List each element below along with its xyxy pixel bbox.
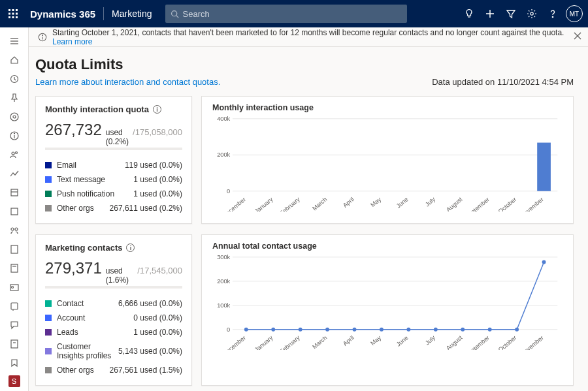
legend-row: Email119 used (0.0%) — [45, 158, 182, 172]
svg-rect-4 — [12, 13, 14, 15]
color-swatch — [45, 300, 52, 307]
interaction-quota-card: Monthly interaction quota i 267,732 used… — [35, 96, 192, 224]
row-label: Customer Insights profiles — [57, 342, 118, 360]
area-switcher[interactable]: S — [4, 372, 25, 391]
contact-usage-chart-card: Annual total contact usage 0100k200k300k… — [201, 234, 574, 386]
divider — [103, 7, 104, 20]
interaction-progress-bar — [45, 148, 182, 150]
svg-text:June: June — [395, 334, 410, 348]
banner-learn-more-link[interactable]: Learn more — [52, 37, 92, 46]
svg-point-103 — [461, 328, 465, 332]
contacts-card-title: Marketing contacts — [45, 243, 122, 253]
brand-label[interactable]: Dynamics 365 — [30, 8, 95, 20]
main-content: Starting October 1, 2021, contacts that … — [29, 27, 588, 391]
row-label: Leads — [57, 328, 133, 337]
contacts-progress-bar — [45, 286, 182, 289]
legend-row: Account0 used (0.0%) — [45, 311, 182, 325]
info-nav-icon[interactable] — [4, 126, 25, 145]
svg-text:July: July — [424, 334, 436, 346]
row-label: Push notification — [57, 189, 133, 198]
analytics-nav-icon[interactable] — [4, 164, 25, 183]
svg-text:May: May — [369, 196, 382, 208]
settings-nav-icon[interactable] — [4, 107, 25, 126]
nav-item-g-icon[interactable] — [4, 296, 25, 315]
interaction-rows: Email119 used (0.0%)Text message1 used (… — [45, 158, 182, 215]
svg-point-101 — [406, 328, 410, 332]
svg-text:February: February — [278, 196, 301, 211]
contacts-used-label: used (1.6%) — [106, 266, 134, 285]
app-launcher-icon[interactable] — [5, 6, 21, 22]
nav-item-b-icon[interactable] — [4, 202, 25, 221]
svg-point-98 — [325, 328, 329, 332]
pinned-icon[interactable] — [4, 88, 25, 107]
color-swatch — [45, 191, 52, 197]
svg-text:November: November — [519, 196, 545, 211]
svg-text:August: August — [445, 196, 464, 211]
info-icon[interactable]: i — [126, 243, 135, 252]
nav-item-i-icon[interactable] — [4, 334, 25, 353]
interaction-card-title: Monthly interaction quota — [45, 104, 149, 114]
svg-rect-3 — [8, 13, 10, 15]
svg-text:April: April — [342, 334, 355, 347]
svg-text:December: December — [221, 196, 247, 211]
svg-text:August: August — [445, 334, 464, 350]
svg-point-95 — [244, 328, 248, 332]
legend-row: Text message1 used (0.0%) — [45, 172, 182, 187]
area-label[interactable]: Marketing — [112, 8, 152, 19]
nav-item-c-icon[interactable] — [4, 221, 25, 240]
legend-row: Contact6,666 used (0.0%) — [45, 296, 182, 311]
lightbulb-icon[interactable] — [459, 0, 480, 27]
recent-icon[interactable] — [4, 69, 25, 88]
data-updated-label: Data updated on 11/10/2021 4:54 PM — [432, 77, 574, 87]
help-icon[interactable] — [542, 0, 563, 27]
svg-point-96 — [271, 328, 275, 332]
svg-point-26 — [15, 151, 17, 153]
info-icon — [38, 33, 47, 42]
menu-icon[interactable] — [4, 31, 25, 50]
svg-rect-37 — [11, 303, 18, 309]
search-box[interactable]: Search — [165, 5, 407, 23]
svg-point-9 — [171, 10, 176, 16]
user-avatar[interactable]: MT — [566, 5, 583, 22]
svg-point-100 — [380, 328, 384, 332]
area-badge: S — [8, 375, 20, 387]
svg-text:400k: 400k — [217, 116, 230, 122]
home-icon[interactable] — [4, 50, 25, 69]
people-nav-icon[interactable] — [4, 145, 25, 164]
row-value: 6,666 used (0.0%) — [118, 299, 182, 308]
svg-text:November: November — [519, 334, 545, 350]
contacts-card: Marketing contacts i 279,371 used (1.6%)… — [35, 234, 192, 386]
filter-icon[interactable] — [500, 0, 521, 27]
svg-text:February: February — [278, 334, 301, 350]
legend-row: Leads1 used (0.0%) — [45, 325, 182, 339]
nav-item-e-icon[interactable] — [4, 258, 25, 277]
row-value: 119 used (0.0%) — [125, 161, 182, 170]
row-label: Email — [57, 161, 125, 170]
banner-close-icon[interactable] — [574, 32, 581, 42]
row-value: 1 used (0.0%) — [133, 175, 182, 184]
contacts-rows: Contact6,666 used (0.0%)Account0 used (0… — [45, 296, 182, 377]
color-swatch — [45, 329, 52, 336]
page-title: Quota Limits — [35, 56, 574, 73]
quota-learn-more-link[interactable]: Learn more about interaction and contact… — [35, 77, 220, 87]
nav-item-a-icon[interactable] — [4, 183, 25, 202]
svg-rect-1 — [12, 9, 14, 11]
nav-item-j-icon[interactable] — [4, 353, 25, 372]
row-value: 0 used (0.0%) — [133, 313, 182, 322]
svg-text:September: September — [464, 196, 491, 211]
svg-text:December: December — [221, 334, 247, 350]
gear-icon[interactable] — [521, 0, 542, 27]
chart-title: Annual total contact usage — [212, 242, 564, 251]
row-value: 267,611 used (0.2%) — [110, 204, 182, 213]
nav-item-d-icon[interactable] — [4, 240, 25, 258]
row-label: Account — [57, 313, 133, 322]
nav-item-h-icon[interactable] — [4, 315, 25, 334]
info-icon[interactable]: i — [153, 105, 161, 114]
interaction-usage-chart-card: Monthly interaction usage 0200k400kDecem… — [201, 96, 574, 224]
svg-text:September: September — [464, 334, 491, 350]
svg-rect-33 — [11, 264, 18, 272]
svg-rect-0 — [8, 9, 10, 11]
color-swatch — [45, 315, 52, 321]
nav-item-f-icon[interactable] — [4, 277, 25, 296]
plus-icon[interactable] — [480, 0, 500, 27]
